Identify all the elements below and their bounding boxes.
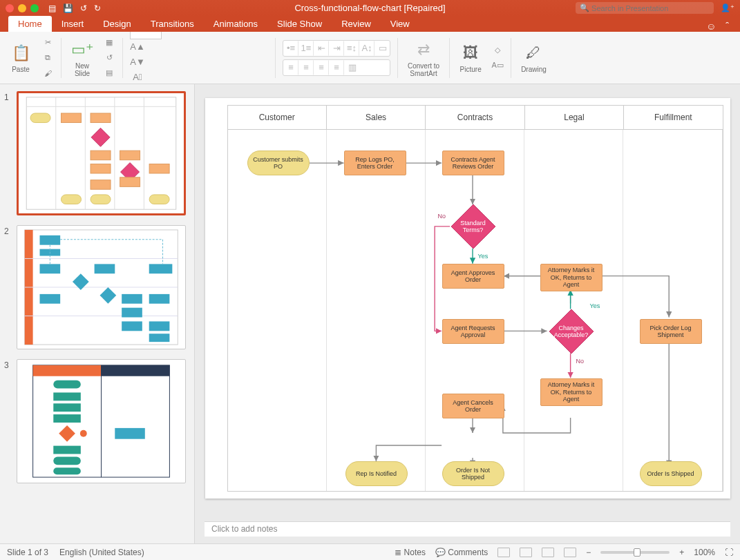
search-input[interactable] [591,4,710,12]
lane-header[interactable]: Legal [525,106,624,129]
view-slideshow-icon[interactable] [564,548,576,557]
tab-view[interactable]: View [381,16,419,32]
tab-slideshow[interactable]: Slide Show [267,16,332,32]
node-agent-cancel[interactable]: Agent Cancels Order [442,394,504,418]
outdent-icon[interactable]: ⇤ [314,41,329,56]
cut-icon[interactable]: ✂ [41,37,54,49]
tab-insert[interactable]: Insert [52,16,94,32]
node-rep-notified[interactable]: Rep Is Notified [345,461,408,486]
lane-header[interactable]: Customer [228,106,327,129]
formatpainter-icon[interactable]: 🖌 [41,67,54,79]
numbering-icon[interactable]: 1≡ [298,41,314,56]
clipboard-icon[interactable]: 📋 [10,42,32,64]
ribbon: 📋 Paste ✂ ⧉ 🖌 ▭⁺ New Slide ▦ ↺ ▤ A▲ A▼ A… [0,32,740,84]
newslide-icon[interactable]: ▭⁺ [71,39,93,61]
smiley-icon[interactable]: ☺ [706,21,716,32]
node-standard-terms[interactable]: Standard Terms? [450,203,497,250]
view-normal-icon[interactable] [497,548,510,557]
clear-format-icon[interactable]: A⃠ [130,70,145,85]
save-icon[interactable]: 💾 [63,3,73,13]
font-size[interactable] [130,32,162,39]
node-rep-logs[interactable]: Rep Logs PO, Enters Order [344,151,406,175]
thumb-number: 3 [4,359,17,483]
lane-header[interactable]: Fulfillment [624,106,722,129]
svg-rect-45 [53,403,81,412]
align-right-icon[interactable]: ≡ [314,60,329,75]
zoom-value[interactable]: 100% [694,548,715,557]
svg-rect-27 [40,264,61,273]
slide-canvas[interactable]: Customer Sales Contracts Legal Fulfillme… [205,98,730,499]
align-center-icon[interactable]: ≡ [298,60,314,75]
indent-icon[interactable]: ⇥ [329,41,344,56]
notes-pane[interactable]: Click to add notes [205,521,730,537]
tab-animations[interactable]: Animations [204,16,267,32]
drawing-label: Drawing [521,66,547,73]
columns-icon[interactable]: ▥ [344,60,359,75]
newslide-label: New Slide [75,62,90,77]
node-attorney-ok-1[interactable]: Attorney Marks it OK, Returns to Agent [540,264,603,291]
status-bar: Slide 1 of 3 English (United States) ≣ N… [0,543,740,560]
textbox-icon[interactable]: A▭ [491,59,504,72]
zoom-in[interactable]: + [679,548,684,557]
shapes-icon[interactable]: ◇ [491,44,504,57]
node-attorney-ok-2[interactable]: Attorney Marks it OK, Returns to Agent [540,378,603,406]
tab-home[interactable]: Home [8,16,52,32]
thumbnail-1[interactable] [17,91,186,215]
smartart-group[interactable]: ⇄ Convert to SmartArt [405,39,442,77]
svg-rect-12 [91,164,111,173]
collapse-ribbon-icon[interactable]: ˆ [725,21,729,32]
thumbnail-2[interactable] [17,225,186,349]
picture-group[interactable]: 🖼 Picture [457,42,484,73]
copy-icon[interactable]: ⧉ [41,52,54,64]
tab-review[interactable]: Review [332,16,381,32]
bullets-icon[interactable]: •≡ [283,41,298,56]
undo-icon[interactable]: ↺ [80,3,87,13]
share-icon[interactable]: 👤⁺ [721,3,734,12]
window-controls [6,4,39,12]
section-icon[interactable]: ▤ [103,67,115,79]
doc-icon[interactable]: ▤ [48,3,56,13]
linespacing-icon[interactable]: ≡↕ [344,41,359,56]
layout-icon[interactable]: ▦ [103,37,115,49]
node-customer-submits[interactable]: Customer submits PO [247,151,310,175]
node-changes-acceptable[interactable]: Changes Acceptable? [548,308,595,355]
svg-rect-10 [91,151,111,160]
justify-icon[interactable]: ≡ [329,60,344,75]
status-language[interactable]: English (United States) [59,548,144,557]
zoom-out[interactable]: − [586,548,591,557]
tab-design[interactable]: Design [93,16,140,32]
svg-rect-8 [91,113,111,123]
zoom-icon[interactable] [30,4,39,12]
node-agent-requests[interactable]: Agent Requests Approval [442,319,504,344]
reset-icon[interactable]: ↺ [103,52,115,64]
lane-header[interactable]: Contracts [426,106,524,129]
node-agent-approves[interactable]: Agent Approves Order [442,264,504,289]
close-icon[interactable] [6,4,14,12]
text-direction-icon[interactable]: A↕ [359,41,374,56]
tab-transitions[interactable]: Transitions [141,16,204,32]
label-no: No [438,213,446,220]
shrink-font-icon[interactable]: A▼ [130,55,145,70]
minimize-icon[interactable] [18,4,26,12]
fit-icon[interactable]: ⛶ [725,548,733,557]
node-not-shipped[interactable]: Order Is Not Shipped [442,461,504,486]
drawing-group[interactable]: 🖊 Drawing [518,42,549,73]
grow-font-icon[interactable]: A▲ [130,39,145,55]
zoom-slider[interactable] [600,551,670,554]
titlebar: ▤ 💾 ↺ ↻ Cross-functional-flow-chart [Rep… [0,0,740,16]
redo-icon[interactable]: ↻ [94,3,101,13]
search-box[interactable]: 🔍 [576,2,714,14]
lane-header[interactable]: Sales [327,106,426,129]
svg-marker-30 [100,287,117,304]
node-agent-review[interactable]: Contracts Agent Reviews Order [442,151,504,175]
align-text-icon[interactable]: ▭ [374,41,390,56]
comments-toggle[interactable]: 💬 Comments [435,548,488,557]
svg-rect-41 [102,365,170,376]
thumbnail-3[interactable] [17,359,186,483]
view-reading-icon[interactable] [542,548,554,557]
view-sorter-icon[interactable] [520,548,532,557]
node-pick-order[interactable]: Pick Order Log Shipment [640,319,702,344]
align-left-icon[interactable]: ≡ [283,60,298,75]
notes-toggle[interactable]: ≣ Notes [395,548,426,557]
node-shipped[interactable]: Order Is Shipped [640,461,702,486]
